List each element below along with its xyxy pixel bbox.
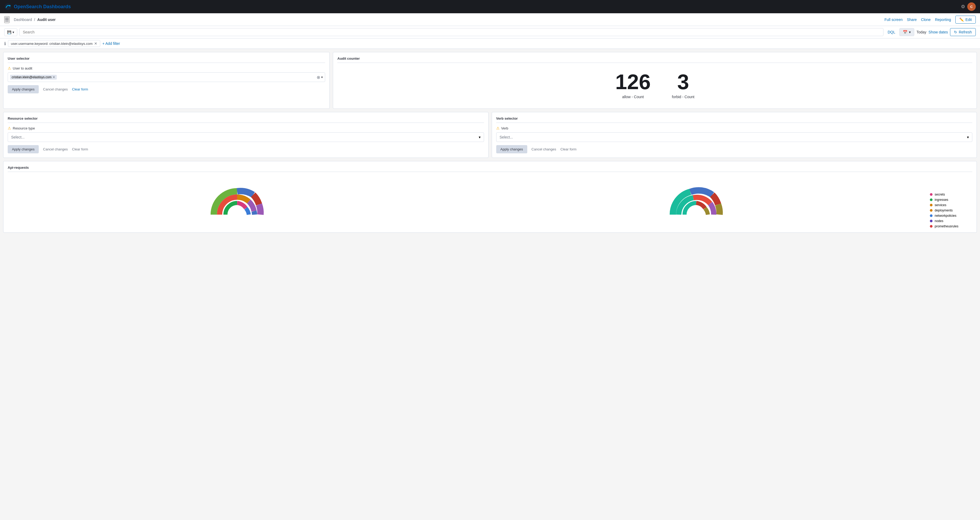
resource-clear-button[interactable]: Clear form <box>72 147 88 151</box>
verb-apply-button[interactable]: Apply changes <box>496 145 527 153</box>
legend-dot <box>930 193 932 196</box>
user-to-audit-label: ⚠ User to audit <box>8 66 325 70</box>
filter-info-button[interactable]: ℹ <box>4 41 6 46</box>
breadcrumb-parent[interactable]: Dashboard <box>14 18 32 22</box>
chevron-down-icon: ▾ <box>13 30 14 34</box>
donut-chart-1 <box>208 178 266 228</box>
donut-chart-2 <box>667 178 725 228</box>
chevron-down-icon: ▾ <box>909 30 911 34</box>
counter-grid: 126 allow - Count 3 forbid - Count <box>337 66 972 104</box>
refresh-button[interactable]: ↻ Refresh <box>950 28 976 36</box>
legend-item: networkpolicies <box>930 214 972 217</box>
avatar: C <box>967 2 976 11</box>
user-clear-button[interactable]: Clear form <box>72 87 88 91</box>
chevron-down-icon: ▾ <box>967 135 969 139</box>
edit-icon: ✏️ <box>959 18 964 22</box>
legend-item: nodes <box>930 219 972 223</box>
legend-item: ingresses <box>930 198 972 202</box>
clone-button[interactable]: Clone <box>921 18 931 22</box>
resource-type-label: ⚠ Resource type <box>8 126 484 130</box>
breadcrumb-current: Audit user <box>37 18 56 22</box>
calendar-icon: 📅 <box>903 30 907 34</box>
legend-label: secrets <box>935 193 945 196</box>
forbid-count-number: 3 <box>672 71 694 93</box>
legend-label: ingresses <box>935 198 948 202</box>
user-selector-panel: User selector ⚠ User to audit cristian.k… <box>3 52 330 109</box>
resource-apply-button[interactable]: Apply changes <box>8 145 39 153</box>
audit-counter-title: Audit counter <box>337 56 972 63</box>
user-cancel-button[interactable]: Cancel changes <box>43 87 68 91</box>
opensearch-logo-icon <box>4 3 12 10</box>
add-filter-button[interactable]: + Add filter <box>102 41 120 46</box>
save-icon: 💾 <box>7 30 11 34</box>
legend-item: deployments <box>930 209 972 212</box>
top-navigation: OpenSearch Dashboards ⚙ C <box>0 0 980 13</box>
chevron-down-button[interactable]: ▾ <box>321 75 323 79</box>
resource-selector-actions: Apply changes Cancel changes Clear form <box>8 145 484 153</box>
resource-type-select[interactable]: Select... ▾ <box>8 132 484 142</box>
fullscreen-button[interactable]: Full screen <box>885 18 902 22</box>
date-picker-button[interactable]: 📅 ▾ <box>899 28 914 36</box>
user-multiselect[interactable]: cristian.klein@elastisys.com ✕ ⊗ ▾ <box>8 72 325 82</box>
user-tag-close[interactable]: ✕ <box>52 75 55 79</box>
multiselect-actions: ⊗ ▾ <box>317 75 323 80</box>
resource-select-placeholder: Select... <box>11 135 25 139</box>
breadcrumb-separator: / <box>34 18 35 22</box>
edit-button[interactable]: ✏️ Edit <box>955 16 976 24</box>
chevron-down-icon: ▾ <box>479 135 480 139</box>
verb-select[interactable]: Select... ▾ <box>496 132 972 142</box>
main-content: User selector ⚠ User to audit cristian.k… <box>0 49 980 236</box>
logo-text: OpenSearch Dashboards <box>14 4 71 10</box>
verb-selector-title: Verb selector <box>496 116 972 123</box>
settings-icon[interactable]: ⚙ <box>961 4 965 10</box>
resource-cancel-button[interactable]: Cancel changes <box>43 147 68 151</box>
chart-legend: secrets ingresses services deployments n… <box>930 193 972 228</box>
logo-area: OpenSearch Dashboards <box>4 3 71 10</box>
user-apply-button[interactable]: Apply changes <box>8 85 39 93</box>
filter-tag-text: user.username.keyword: cristian.klein@el… <box>11 41 92 46</box>
api-requests-title: Api-requests <box>8 166 972 172</box>
reporting-button[interactable]: Reporting <box>935 18 951 22</box>
legend-dot <box>930 225 932 228</box>
save-search-button[interactable]: 💾 ▾ <box>4 29 17 36</box>
row-2: Resource selector ⚠ Resource type Select… <box>3 112 977 158</box>
donut-charts-area <box>8 178 926 228</box>
filter-tag: user.username.keyword: cristian.klein@el… <box>8 40 100 47</box>
show-dates-button[interactable]: Show dates <box>929 30 948 34</box>
user-selector-actions: Apply changes Cancel changes Clear form <box>8 85 325 93</box>
legend-dot <box>930 214 932 217</box>
allow-count-number: 126 <box>615 71 651 93</box>
allow-count-label: allow - Count <box>615 95 651 99</box>
legend-dot <box>930 209 932 212</box>
legend-label: networkpolicies <box>935 214 956 217</box>
dql-button[interactable]: DQL <box>886 30 897 34</box>
clear-all-button[interactable]: ⊗ <box>317 75 320 80</box>
user-selector-title: User selector <box>8 56 325 63</box>
resource-selector-title: Resource selector <box>8 116 484 123</box>
legend-dot <box>930 204 932 206</box>
legend-label: prometheusrules <box>935 225 958 228</box>
row-1: User selector ⚠ User to audit cristian.k… <box>3 52 977 109</box>
hamburger-menu-button[interactable]: ☰ <box>4 16 10 23</box>
allow-counter: 126 allow - Count <box>615 71 651 99</box>
filter-tag-close[interactable]: ✕ <box>94 41 97 46</box>
legend-label: deployments <box>935 209 953 212</box>
legend-dot <box>930 220 932 222</box>
warning-icon: ⚠ <box>8 66 11 70</box>
search-input[interactable] <box>23 30 880 34</box>
verb-selector-actions: Apply changes Cancel changes Clear form <box>496 145 972 153</box>
verb-cancel-button[interactable]: Cancel changes <box>531 147 556 151</box>
legend-item: services <box>930 203 972 207</box>
share-button[interactable]: Share <box>907 18 916 22</box>
forbid-count-label: forbid - Count <box>672 95 694 99</box>
verb-clear-button[interactable]: Clear form <box>560 147 577 151</box>
svg-point-1 <box>9 5 10 6</box>
api-requests-panel: Api-requests <box>3 161 977 233</box>
search-bar: 💾 ▾ DQL 📅 ▾ Today Show dates ↻ Refresh <box>0 26 980 38</box>
breadcrumb-actions: Full screen Share Clone Reporting ✏️ Edi… <box>885 16 976 24</box>
resource-selector-panel: Resource selector ⚠ Resource type Select… <box>3 112 488 158</box>
warning-icon: ⚠ <box>496 126 500 130</box>
verb-label: ⚠ Verb <box>496 126 972 130</box>
svg-point-0 <box>5 3 11 10</box>
verb-selector-panel: Verb selector ⚠ Verb Select... ▾ Apply c… <box>492 112 977 158</box>
